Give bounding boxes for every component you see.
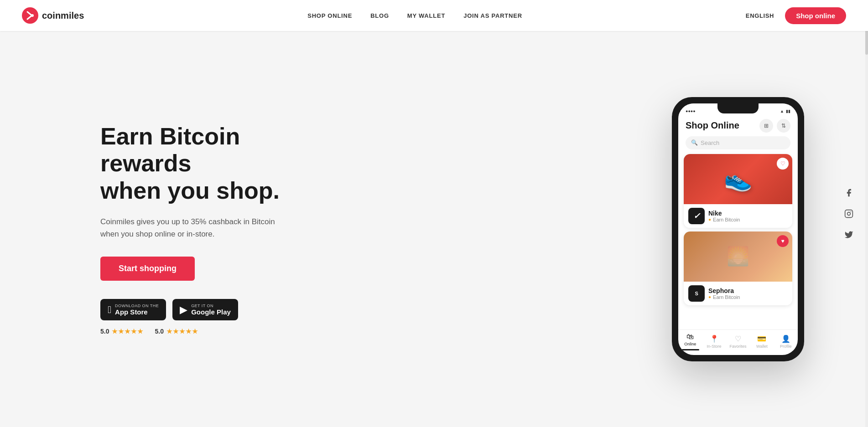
favorites-icon: ♡ [735, 334, 741, 343]
sephora-name: Sephora [708, 287, 788, 294]
wallet-icon: 💳 [757, 334, 766, 343]
nav-join-partner[interactable]: JOIN AS PARTNER [463, 12, 522, 19]
google-play-text: GET IT ON Google Play [191, 304, 231, 316]
facebook-icon[interactable] [842, 186, 855, 199]
nike-name: Nike [708, 210, 788, 217]
bnav-profile[interactable]: 👤 Profile [774, 334, 798, 349]
phone-search-bar[interactable]: 🔍 Search [686, 136, 790, 149]
nike-card-image: 👟 ♡ [684, 154, 792, 204]
phone-header-icons: ⊞ ⇅ [759, 119, 790, 133]
bnav-instore-label: In-Store [707, 344, 722, 349]
brand-name: coinmiles [42, 10, 84, 21]
svg-point-0 [22, 7, 38, 24]
hero-headline-line2: when you shop. [100, 177, 280, 204]
nav-shop-online-button[interactable]: Shop online [785, 7, 846, 24]
bnav-online-label: Online [684, 342, 696, 346]
sephora-beach-emoji: 🌅 [727, 246, 749, 267]
sephora-favorite-button[interactable]: ♥ [777, 235, 789, 247]
twitter-icon[interactable] [842, 228, 855, 241]
navbar: coinmiles SHOP ONLINE BLOG MY WALLET JOI… [0, 0, 868, 31]
nike-favorite-button[interactable]: ♡ [777, 158, 789, 170]
hero-headline: Earn Bitcoin rewards when you shop. [100, 123, 328, 205]
start-shopping-button[interactable]: Start shopping [100, 257, 195, 281]
signal-bars: ●●●● [686, 109, 696, 113]
sephora-card-image: 🌅 ♥ [684, 232, 792, 282]
battery-icon: ▮▮ [786, 109, 790, 113]
svg-point-4 [851, 211, 852, 212]
earn-dot-icon: ● [708, 217, 711, 222]
search-icon: 🔍 [691, 139, 698, 146]
social-sidebar [842, 186, 855, 241]
phone-bottom-nav: 🛍 Online 📍 In-Store ♡ Favorites 💳 [678, 329, 798, 355]
google-play-icon: ▶ [180, 304, 187, 316]
nike-info: Nike ● Earn Bitcoin [708, 210, 788, 222]
filter-icon[interactable]: ⇅ [777, 119, 790, 133]
sephora-earn: ● Earn Bitcoin [708, 294, 788, 300]
online-icon: 🛍 [686, 333, 694, 341]
heart-filled-icon: ♥ [781, 238, 784, 244]
phone-notch [717, 103, 759, 113]
apple-icon:  [108, 304, 111, 316]
scrollbar-track [865, 0, 868, 427]
brand-logo[interactable]: coinmiles [22, 7, 84, 24]
bnav-wallet[interactable]: 💳 Wallet [750, 334, 774, 349]
grid-icon[interactable]: ⊞ [759, 119, 773, 133]
svg-point-1 [31, 14, 34, 17]
google-play-rating: 5.0 ★★★★★ [155, 328, 198, 335]
nike-card[interactable]: 👟 ♡ ✓ Nike ● Earn Bitco [684, 154, 792, 228]
google-play-small: GET IT ON [191, 304, 231, 308]
phone-screen: ●●●● ▲ ▮▮ Shop Online ⊞ ⇅ 🔍 Search [678, 103, 798, 355]
bnav-online[interactable]: 🛍 Online [678, 333, 702, 350]
nav-shop-online[interactable]: SHOP ONLINE [307, 12, 352, 19]
bnav-instore[interactable]: 📍 In-Store [702, 334, 726, 349]
svg-point-3 [847, 212, 851, 215]
nav-links: SHOP ONLINE BLOG MY WALLET JOIN AS PARTN… [307, 11, 522, 20]
wifi-icon: ▲ [780, 109, 784, 113]
google-play-badge[interactable]: ▶ GET IT ON Google Play [172, 299, 238, 320]
language-selector[interactable]: ENGLISH [746, 12, 774, 19]
nav-right: ENGLISH Shop online [746, 7, 846, 24]
sephora-logo: S [688, 285, 705, 302]
nike-earn: ● Earn Bitcoin [708, 217, 788, 222]
earn-dot-icon-2: ● [708, 294, 711, 299]
sephora-logo-text: S [695, 291, 698, 296]
sephora-earn-label: Earn Bitcoin [713, 294, 740, 300]
app-store-score: 5.0 [100, 328, 109, 335]
app-store-small: Download on the [115, 304, 159, 308]
nav-blog[interactable]: BLOG [370, 12, 389, 19]
ratings: 5.0 ★★★★★ 5.0 ★★★★★ [100, 328, 328, 335]
google-play-big: Google Play [191, 308, 231, 316]
phone-mockup: ●●●● ▲ ▮▮ Shop Online ⊞ ⇅ 🔍 Search [672, 97, 804, 361]
sephora-info: Sephora ● Earn Bitcoin [708, 287, 788, 300]
nike-logo: ✓ [688, 208, 705, 224]
profile-icon: 👤 [781, 334, 790, 343]
bnav-wallet-label: Wallet [756, 344, 768, 349]
sephora-card-body: S Sephora ● Earn Bitcoin [684, 282, 792, 305]
phone-frame: ●●●● ▲ ▮▮ Shop Online ⊞ ⇅ 🔍 Search [672, 97, 804, 361]
hero-headline-line1: Earn Bitcoin rewards [100, 123, 240, 177]
nike-checkmark: ✓ [693, 211, 700, 221]
google-play-stars: ★★★★★ [166, 328, 198, 335]
app-badges:  Download on the App Store ▶ GET IT ON … [100, 299, 328, 320]
phone-search-placeholder: Search [701, 139, 719, 146]
bnav-favorites[interactable]: ♡ Favorites [726, 334, 750, 349]
app-store-stars: ★★★★★ [112, 328, 144, 335]
app-store-big: App Store [115, 308, 159, 316]
app-store-badge[interactable]:  Download on the App Store [100, 299, 166, 320]
google-play-score: 5.0 [155, 328, 163, 335]
instore-icon: 📍 [710, 334, 719, 343]
nike-card-body: ✓ Nike ● Earn Bitcoin [684, 204, 792, 228]
bnav-favorites-label: Favorites [730, 344, 747, 349]
hero-section: Earn Bitcoin rewards when you shop. Coin… [0, 31, 868, 427]
phone-app-title: Shop Online [686, 120, 739, 131]
heart-icon: ♡ [780, 160, 785, 167]
active-indicator [681, 349, 699, 350]
hero-left: Earn Bitcoin rewards when you shop. Coin… [100, 123, 328, 335]
bnav-profile-label: Profile [780, 344, 792, 349]
nike-shoe-emoji: 👟 [724, 166, 752, 192]
app-store-rating: 5.0 ★★★★★ [100, 328, 144, 335]
nav-my-wallet[interactable]: MY WALLET [407, 12, 445, 19]
instagram-icon[interactable] [842, 207, 855, 220]
sephora-card[interactable]: 🌅 ♥ S Sephora ● Earn Bi [684, 232, 792, 305]
phone-app-header: Shop Online ⊞ ⇅ [678, 116, 798, 136]
